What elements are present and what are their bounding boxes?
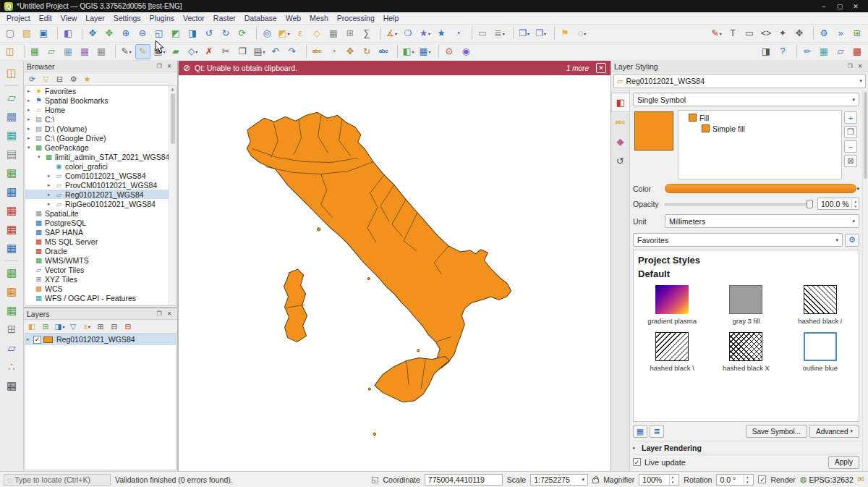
measure-button[interactable]: ∡▾: [384, 26, 399, 41]
filter-legend-button[interactable]: ▽: [67, 321, 80, 332]
expander-icon[interactable]: ▸: [27, 107, 34, 113]
layer-labeling-button[interactable]: abc: [310, 44, 325, 59]
browser-item[interactable]: ▸ ▱ Reg01012021_WGS84: [25, 190, 169, 199]
menu-item[interactable]: Edit: [35, 13, 56, 23]
style-item[interactable]: hashed black X: [712, 332, 780, 372]
maximize-button[interactable]: ▢: [832, 3, 848, 10]
add-point-cloud-layer-button[interactable]: ∴: [3, 357, 20, 375]
browser-item[interactable]: ▸ ▱ Com01012021_WGS84: [25, 171, 169, 180]
refresh-map-button[interactable]: ⟳: [235, 26, 250, 41]
save-symbol-button[interactable]: Save Symbol...: [746, 425, 807, 438]
new-print-layout-button[interactable]: ▭: [475, 26, 490, 41]
browser-item[interactable]: ▾ ▦ limiti_admin_STAT_2021_WGS84.gpkg: [25, 152, 169, 161]
browser-item[interactable]: ▸ ⌂ Home: [25, 105, 169, 114]
raster-tools-button[interactable]: ▩: [850, 44, 865, 59]
sicily-path[interactable]: [375, 356, 449, 402]
new-3d-map-view-button[interactable]: ❐▾: [533, 26, 548, 41]
duplicate-symbol-layer-button[interactable]: ❐: [844, 126, 857, 138]
collapse-all-layers-button[interactable]: ⊟: [109, 321, 121, 332]
live-update-checkbox[interactable]: ✓: [633, 458, 641, 466]
show-unplaced-labels-button[interactable]: ⚑: [558, 26, 573, 41]
expander-icon[interactable]: ▸: [48, 192, 54, 198]
open-project-button[interactable]: ▧: [20, 26, 35, 41]
browser-item[interactable]: ▦ SpatiaLite: [25, 208, 169, 218]
add-postgis-layer-button[interactable]: ▦: [3, 182, 20, 200]
browser-item[interactable]: ▦ WCS: [25, 284, 169, 293]
processing-toolbox-button[interactable]: ⚙: [817, 26, 832, 41]
spin-steppers[interactable]: ▴▾: [744, 475, 751, 485]
add-oracle-layer-button[interactable]: ▦: [3, 220, 20, 237]
list-view-button[interactable]: ≣: [650, 425, 664, 438]
messages-button[interactable]: ✉: [858, 475, 864, 484]
plugin-manager-button[interactable]: ⊞: [850, 26, 865, 41]
opacity-slider[interactable]: [665, 199, 813, 209]
style-item[interactable]: hashed black /: [786, 285, 854, 325]
add-symbol-layer-button[interactable]: +: [844, 111, 857, 124]
zoom-to-selection-button[interactable]: ◩: [169, 26, 184, 41]
locator-search-button[interactable]: ◌▾: [574, 26, 590, 41]
symbol-tree-child[interactable]: Simple fill: [680, 123, 840, 134]
float-panel-icon[interactable]: ❐: [154, 310, 164, 317]
toggle-editing-button[interactable]: ✎: [135, 44, 150, 59]
expander-icon[interactable]: ▸: [48, 182, 54, 188]
scrollbar-thumb[interactable]: [171, 93, 175, 144]
data-source-manager-button[interactable]: ◫: [3, 44, 18, 59]
spin-steppers[interactable]: ▴▾: [669, 475, 676, 485]
style-item[interactable]: hashed black \: [638, 332, 706, 372]
spin-steppers[interactable]: ▴▾: [851, 199, 859, 209]
browser-item[interactable]: ▦ WFS / OGC API - Features: [25, 293, 169, 302]
tracing-button[interactable]: ◉: [459, 44, 474, 59]
browser-item[interactable]: ▸ ★ Favorites: [25, 86, 169, 96]
deselect-all-button[interactable]: ◇: [310, 26, 325, 41]
expand-all-button[interactable]: ⊞: [95, 321, 107, 332]
message-close-button[interactable]: ✕: [596, 63, 606, 73]
float-panel-icon[interactable]: ❐: [845, 63, 855, 69]
expander-icon[interactable]: ▸: [27, 98, 34, 103]
add-raster-layer-button[interactable]: ▩: [3, 107, 20, 124]
styling-scrollbar[interactable]: [862, 90, 868, 471]
save-layer-edits-button[interactable]: ▣▾: [152, 44, 167, 59]
snapping-options-button[interactable]: ⊙: [442, 44, 457, 59]
menu-item[interactable]: Settings: [109, 13, 145, 23]
menu-item[interactable]: Web: [281, 13, 305, 23]
zoom-in-button[interactable]: ⊕: [119, 26, 134, 41]
add-vector-layer-button[interactable]: ▱: [3, 88, 20, 106]
expander-icon[interactable]: ▸: [27, 117, 34, 122]
expander-icon[interactable]: ▸: [633, 445, 642, 451]
remove-layer-button[interactable]: ⊟: [122, 321, 135, 332]
delete-selected-button[interactable]: ✗: [202, 44, 217, 59]
new-virtual-layer-button[interactable]: ▦: [94, 44, 109, 59]
move-label-button[interactable]: ✥: [343, 44, 358, 59]
open-attribute-table-button[interactable]: ▦: [326, 26, 341, 41]
dropdown-arrow-icon[interactable]: ▾: [856, 186, 859, 192]
browser-item[interactable]: ▸ ▤ D:\ (Volume): [25, 124, 169, 133]
mesh-calculator-button[interactable]: ▦: [817, 44, 832, 59]
svg-annotation-button[interactable]: ✦: [775, 26, 791, 41]
advanced-button[interactable]: Advanced▾: [809, 425, 859, 438]
filter-by-expression-button[interactable]: ε▾: [81, 321, 93, 332]
close-panel-icon[interactable]: ✕: [164, 310, 174, 317]
color-button[interactable]: [665, 184, 856, 193]
spin-down-icon[interactable]: ▾: [670, 480, 676, 485]
form-annotation-button[interactable]: ▭: [742, 26, 757, 41]
add-wms-layer-button[interactable]: ▦: [3, 263, 20, 281]
show-bookmarks-button[interactable]: ★: [434, 26, 449, 41]
opacity-spinbox[interactable]: 100.0 % ▴▾: [817, 198, 859, 210]
browser-item[interactable]: ▦ Oracle: [25, 246, 169, 255]
manage-map-themes-button[interactable]: ◨▾: [54, 321, 66, 332]
menu-item[interactable]: Layer: [81, 13, 109, 23]
python-console-button[interactable]: »: [833, 26, 848, 41]
show-layout-manager-button[interactable]: ≣▾: [492, 26, 507, 41]
zoom-next-button[interactable]: ↻: [218, 26, 234, 41]
map-theme-button[interactable]: ◧▾: [401, 44, 416, 59]
browser-item[interactable]: ▸ ▱ ProvCM01012021_WGS84: [25, 180, 169, 190]
zoom-to-layers-button[interactable]: ◨: [185, 26, 200, 41]
undo-button[interactable]: ↶: [268, 44, 284, 59]
decorations-button[interactable]: ▦▾: [417, 44, 433, 59]
apply-button[interactable]: Apply: [828, 456, 859, 469]
rotation-spinbox[interactable]: 0.0 °▴▾: [716, 474, 754, 486]
add-virtual-layer-button[interactable]: ▦: [3, 376, 20, 394]
new-shapefile-layer-button[interactable]: ▱: [44, 44, 59, 59]
browser-scrollbar[interactable]: ▲: [169, 86, 176, 305]
open-layer-styling-button[interactable]: ◧: [26, 321, 38, 332]
